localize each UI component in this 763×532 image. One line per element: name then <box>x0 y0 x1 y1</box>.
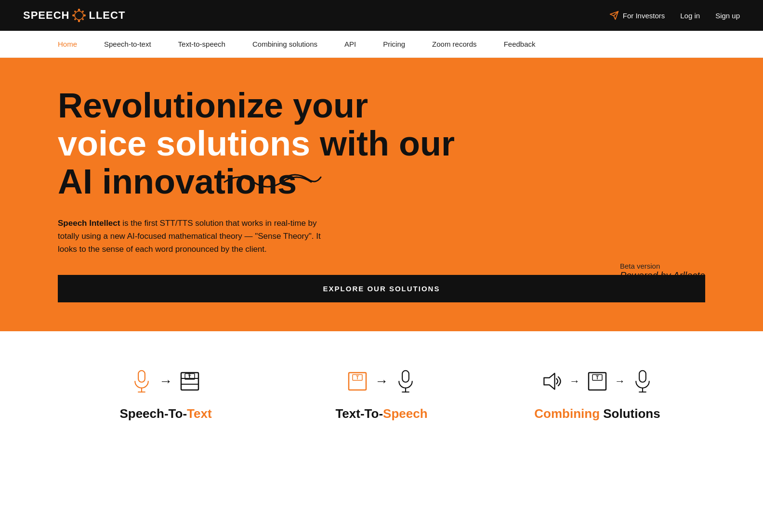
nav-item-combining-solutions[interactable]: Combining solutions <box>239 31 331 58</box>
combining-title-orange: Combining <box>534 406 600 421</box>
main-navigation: Home Speech-to-text Text-to-speech Combi… <box>0 31 763 58</box>
tts-title: Text-To-Speech <box>335 406 427 421</box>
for-investors-button[interactable]: For Investors <box>609 11 665 20</box>
tts-icon-row: T → <box>346 370 417 393</box>
top-navigation: SPEECH LLECT For Investors Log <box>0 0 763 31</box>
feature-card-stt: → T T Speech-To-Text <box>58 370 274 421</box>
logo-icon <box>70 7 88 24</box>
speaker-icon <box>540 370 564 393</box>
arrow-icon-1: → <box>159 374 172 389</box>
microphone-icon <box>130 370 153 393</box>
hero-title-line3: AI innovations <box>58 163 297 201</box>
arrow-icon-3a: → <box>569 375 580 388</box>
svg-line-12 <box>79 15 85 21</box>
microphone-icon-3 <box>631 370 654 393</box>
microphone-icon-2 <box>394 370 417 393</box>
svg-text:T: T <box>596 375 599 380</box>
beta-label: Beta version <box>620 262 705 270</box>
svg-line-11 <box>74 15 79 21</box>
svg-point-5 <box>75 11 77 13</box>
for-investors-label: For Investors <box>623 12 665 20</box>
hero-description: Speech Intellect is the first STT/TTS so… <box>58 217 328 256</box>
svg-marker-28 <box>544 374 554 389</box>
hero-title: Revolutionize your voice solutions with … <box>58 87 472 201</box>
stt-title-black: Speech-To- <box>119 406 187 421</box>
svg-text:T: T <box>356 375 359 380</box>
nav-item-pricing[interactable]: Pricing <box>369 31 419 58</box>
nav-item-home[interactable]: Home <box>58 31 91 58</box>
svg-point-8 <box>75 18 77 20</box>
hero-title-rest: with our <box>310 124 455 163</box>
paperplane-icon <box>609 11 619 20</box>
nav-item-api[interactable]: API <box>331 31 369 58</box>
feature-card-tts: T → Text-To-Speech <box>274 370 489 421</box>
beta-block: Beta version Powered by Arllecta <box>620 262 705 293</box>
svg-line-10 <box>79 10 85 15</box>
nav-item-feedback[interactable]: Feedback <box>490 31 549 58</box>
logo-text-left: SPEECH <box>23 9 69 22</box>
svg-rect-13 <box>138 371 145 382</box>
logo-text-right: LLECT <box>89 9 125 22</box>
svg-text:T: T <box>188 374 191 379</box>
arrow-icon-2: → <box>375 374 388 389</box>
nav-item-speech-to-text[interactable]: Speech-to-text <box>91 31 165 58</box>
tts-title-black: Text-To- <box>335 406 383 421</box>
svg-point-7 <box>82 11 84 13</box>
combining-title-black: Solutions <box>600 406 660 421</box>
svg-line-9 <box>74 10 79 15</box>
svg-point-0 <box>75 11 83 20</box>
combining-icon-row: → T → <box>540 370 654 393</box>
hero-title-line1: Revolutionize your <box>58 86 368 125</box>
text-box-icon-1: T T <box>178 370 201 393</box>
stt-title: Speech-To-Text <box>119 406 211 421</box>
text-box-icon-2: T <box>346 370 369 393</box>
arrow-icon-3b: → <box>615 375 625 388</box>
explore-solutions-button[interactable]: EXPLORE OUR SOLUTIONS <box>58 275 705 302</box>
stt-title-orange: Text <box>187 406 212 421</box>
powered-squiggle <box>620 283 697 293</box>
features-section: → T T Speech-To-Text T → <box>0 331 763 450</box>
svg-point-6 <box>82 18 84 20</box>
powered-by-label: Powered by Arllecta <box>620 270 705 281</box>
login-button[interactable]: Log in <box>680 12 700 20</box>
hero-desc-bold: Speech Intellect <box>58 219 120 228</box>
svg-rect-32 <box>639 371 646 382</box>
logo[interactable]: SPEECH LLECT <box>23 7 125 24</box>
nav-item-text-to-speech[interactable]: Text-to-speech <box>165 31 239 58</box>
signup-button[interactable]: Sign up <box>715 12 740 20</box>
top-nav-right: For Investors Log in Sign up <box>609 11 740 20</box>
combining-title: Combining Solutions <box>534 406 660 421</box>
feature-card-combining: → T → Combining Solutions <box>489 370 705 421</box>
hero-title-orange: voice solutions <box>58 124 310 163</box>
nav-item-zoom-records[interactable]: Zoom records <box>419 31 490 58</box>
squiggle-decoration <box>220 168 326 196</box>
hero-section: Revolutionize your voice solutions with … <box>0 58 763 331</box>
svg-rect-25 <box>402 371 409 382</box>
tts-title-orange: Speech <box>383 406 428 421</box>
stt-icon-row: → T T <box>130 370 201 393</box>
text-box-icon-3: T <box>586 370 609 393</box>
